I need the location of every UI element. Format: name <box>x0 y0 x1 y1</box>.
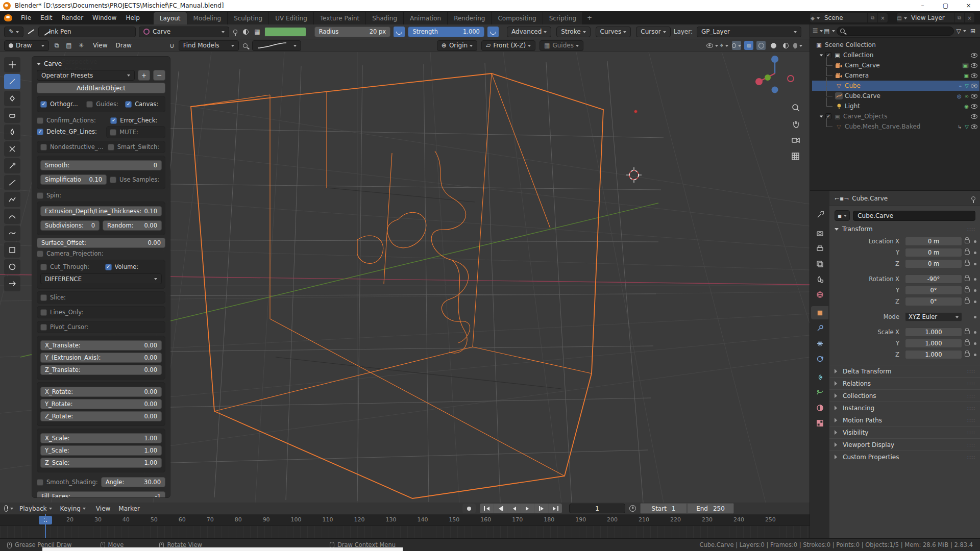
timeline-dropdown-menu[interactable]: Playback <box>15 504 56 514</box>
timeline-channels[interactable] <box>0 526 810 538</box>
rotation-value-field[interactable]: 0° <box>905 297 962 306</box>
properties-section-header[interactable]: Visibility:::: <box>829 426 980 438</box>
outliner-row-camera[interactable]: Camera ▣ <box>812 70 979 81</box>
nondestructive-checkbox[interactable]: Nondestructive_... <box>40 143 106 151</box>
search-icon[interactable] <box>241 41 250 50</box>
y-scale-slider[interactable]: Y_Scale:1.00 <box>40 445 162 456</box>
gpencil-data-icon[interactable]: ◎ <box>957 93 962 99</box>
brush-preview-icon[interactable] <box>27 27 35 36</box>
camera-projection-checkbox[interactable]: Camera_Projection: <box>37 250 165 257</box>
animate-dot-icon[interactable] <box>974 252 976 254</box>
pin-icon[interactable] <box>971 196 975 201</box>
pan-hand-icon[interactable] <box>790 118 801 130</box>
properties-section-header[interactable]: Collections:::: <box>829 389 980 402</box>
scale-value-field[interactable]: 1.000 <box>905 350 962 359</box>
scene-selector[interactable]: ◆ Scene ⧉ × <box>810 13 888 23</box>
light-data-icon[interactable]: ◉ <box>964 104 969 109</box>
x-scale-slider[interactable]: X_Scale:1.00 <box>40 433 162 443</box>
volume-checkbox[interactable]: Volume: <box>105 263 162 270</box>
location-value-field[interactable]: 0 m <box>905 259 962 268</box>
tab-tool[interactable] <box>811 208 828 221</box>
smart-switch-checkbox[interactable]: Smart_Switch: <box>108 143 162 151</box>
prev-keyframe-button[interactable] <box>494 504 507 513</box>
start-frame-field[interactable]: Start1 <box>640 503 687 514</box>
strength-pressure-icon[interactable] <box>487 27 499 37</box>
outliner-display-mode-icon[interactable]: ▤ <box>825 27 834 36</box>
viewport-3d[interactable]: User Perspective (1) Cube.Carve <box>0 52 810 503</box>
tab-material[interactable] <box>811 401 828 414</box>
orthogr-checkbox[interactable]: Orthogr... <box>40 101 84 108</box>
animate-dot-icon[interactable] <box>974 300 976 303</box>
tab-world[interactable] <box>811 288 828 301</box>
outliner-row-light[interactable]: Light ◉ <box>812 101 979 111</box>
tool-fill[interactable] <box>4 91 20 106</box>
eye-icon[interactable] <box>971 84 977 88</box>
jump-to-end-button[interactable] <box>549 504 562 513</box>
topbar-menu[interactable]: Edit <box>36 12 57 23</box>
mode-selector[interactable]: Draw <box>4 40 49 51</box>
outliner-row-scene-collection[interactable]: ▣Scene Collection <box>812 40 979 50</box>
brush-options-dropdown[interactable]: Cursor <box>636 27 670 37</box>
timeline-menu[interactable]: Marker <box>114 504 143 514</box>
tool-cursor[interactable] <box>4 57 20 72</box>
remove-view-layer-icon[interactable]: × <box>964 13 974 22</box>
play-button[interactable] <box>521 504 534 513</box>
strength-slider[interactable]: Strength1.000 <box>408 27 484 37</box>
rotation-mode-select[interactable]: XYZ Euler <box>905 312 962 321</box>
eye-icon[interactable] <box>971 73 977 78</box>
tool-tint[interactable] <box>4 124 20 140</box>
mesh-data-icon[interactable]: ▽ <box>965 83 969 89</box>
workspace-tab[interactable]: Rendering <box>448 12 492 24</box>
eye-icon[interactable] <box>971 63 977 68</box>
guides-dropdown[interactable]: ▦Guides <box>540 40 583 51</box>
eye-icon[interactable] <box>971 124 977 129</box>
spin-checkbox[interactable]: Spin: <box>37 192 165 199</box>
outliner-row-cube[interactable]: ▽ Cube ⌁ ▽ <box>812 81 979 91</box>
record-button[interactable] <box>462 504 476 513</box>
topbar-menu[interactable]: Window <box>88 12 121 23</box>
tool-interpolate[interactable] <box>4 276 20 291</box>
new-view-layer-icon[interactable]: ⧉ <box>954 13 964 22</box>
outliner-row-cube-carve[interactable]: Cube.Carve ◎ ∞ <box>812 91 979 101</box>
close-button[interactable]: × <box>957 0 980 11</box>
tab-object-data[interactable] <box>811 386 828 399</box>
tab-render[interactable] <box>811 227 828 240</box>
location-value-field[interactable]: 0 m <box>905 237 962 246</box>
lock-icon[interactable] <box>965 353 970 357</box>
tab-scene[interactable] <box>811 272 828 286</box>
camera-data-icon[interactable]: ▣ <box>962 63 969 68</box>
ortho-grid-icon[interactable] <box>790 151 801 162</box>
tool-polyline[interactable] <box>4 192 20 207</box>
xray-toggle-icon[interactable]: ⧈ <box>744 41 753 50</box>
animate-dot-icon[interactable] <box>974 342 976 345</box>
eye-icon[interactable] <box>971 94 977 98</box>
properties-section-header[interactable]: Motion Paths:::: <box>829 414 980 426</box>
surface-offset-slider[interactable]: Surface_Offset:0.00 <box>37 238 165 248</box>
workspace-tab[interactable]: Animation <box>404 12 448 24</box>
pivot-cursor-checkbox[interactable]: Pivot_Cursor: <box>40 323 162 331</box>
new-collection-icon[interactable]: ⊞ <box>968 27 977 36</box>
lock-icon[interactable] <box>965 341 970 345</box>
visibility-dropdown-icon[interactable] <box>707 41 717 50</box>
minimize-button[interactable]: – <box>911 0 934 11</box>
find-models-dropdown[interactable]: Find Models <box>179 40 239 51</box>
operator-presets-dropdown[interactable]: Operator Presets <box>37 70 135 81</box>
preset-remove-button[interactable]: − <box>153 70 165 81</box>
confirm-actions-checkbox[interactable]: Confirm_Actions: <box>37 117 108 124</box>
modifier-wrench-icon[interactable]: ⌁ <box>959 83 962 89</box>
angle-slider[interactable]: Angle:30.00 <box>101 477 165 487</box>
error-check-checkbox[interactable]: Error_Check: <box>110 117 165 124</box>
x-rotate-slider[interactable]: X_Rotate:0.00 <box>40 387 162 397</box>
add-blank-object-button[interactable]: AddBlankObject <box>37 83 165 93</box>
unlink-scene-icon[interactable]: × <box>877 13 888 22</box>
slice-checkbox[interactable]: Slice: <box>40 294 162 301</box>
shading-wireframe-icon[interactable] <box>756 41 766 50</box>
properties-section-header[interactable]: Instancing:::: <box>829 402 980 414</box>
tool-arc[interactable] <box>4 209 20 224</box>
tool-eyedropper[interactable] <box>4 158 20 173</box>
mesh-data-icon[interactable]: ▽ <box>965 124 969 130</box>
random-slider[interactable]: Random:0.00 <box>103 220 162 231</box>
outliner-row-collection[interactable]: ✓ ▣ Collection <box>812 50 979 60</box>
x-translate-slider[interactable]: X_Translate:0.00 <box>40 340 162 350</box>
object-id-icon[interactable]: ▪ <box>835 210 850 221</box>
